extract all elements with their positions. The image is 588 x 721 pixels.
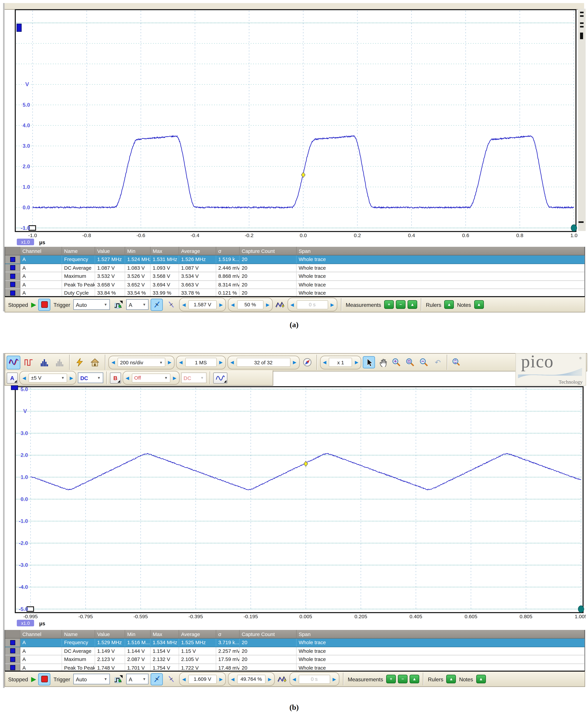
edit-measurement-button[interactable]: ▲ [410,675,419,683]
buffer-overview-button[interactable] [301,356,313,368]
decrement-arrow-icon[interactable]: ◀ [177,360,184,365]
edit-measurement-button[interactable]: ▲ [407,300,417,309]
column-header[interactable]: Span [297,247,585,255]
column-header[interactable]: Capture Count [240,630,297,638]
increment-arrow-icon[interactable]: ▶ [68,375,75,380]
falling-edge-button[interactable] [165,298,177,311]
decrement-arrow-icon[interactable]: ◀ [229,677,236,682]
zoom-factor-value[interactable]: x 1 [329,358,352,367]
start-capture-icon[interactable]: ▶ [31,301,36,308]
persistence-mode-button-disabled[interactable] [52,356,66,369]
timebase-select[interactable]: 200 ns/div ▼ [118,358,165,367]
undo-zoom-button[interactable]: ↶ [432,356,444,368]
column-header[interactable]: Name [62,247,95,255]
zoom-full-button[interactable] [450,356,463,368]
advanced-trigger-button[interactable] [112,298,124,311]
increment-arrow-icon[interactable]: ▶ [267,677,273,682]
column-header[interactable]: Channel [20,630,62,638]
measurement-row[interactable]: ADC Average1.087 V1.083 V1.093 V1.087 V2… [5,264,585,272]
time-offset-spinner[interactable]: ◀ 0 s ▶ [289,672,339,686]
add-measurement-button[interactable]: + [384,300,394,309]
remove-measurement-button[interactable]: − [398,675,407,683]
increment-arrow-icon[interactable]: ▶ [331,677,338,682]
channel-b-range-spinner[interactable]: ◀ Off ▼ ▶ [123,371,180,385]
increment-arrow-icon[interactable]: ▶ [353,360,360,365]
rising-edge-button[interactable] [151,673,163,685]
decrement-arrow-icon[interactable]: ◀ [181,302,187,307]
channel-a-options-button[interactable]: A [7,372,18,383]
channel-a-axis-marker[interactable] [11,386,18,390]
column-header[interactable]: Average [179,630,216,638]
column-header[interactable]: σ [216,630,240,638]
channel-b-range-select[interactable]: Off ▼ [132,373,170,382]
measurement-row[interactable]: AFrequency1.529 MHz1.516 M...1.534 MHz1.… [5,639,585,647]
decrement-arrow-icon[interactable]: ◀ [124,375,131,380]
buffer-position-value[interactable]: 32 of 32 [236,358,290,367]
trigger-mode-select[interactable]: Auto▼ [73,674,110,684]
zoom-out-tool-button[interactable] [418,356,430,368]
decrement-arrow-icon[interactable]: ◀ [110,360,117,365]
decrement-arrow-icon[interactable]: ◀ [321,360,328,365]
pre-trigger-spinner[interactable]: ◀ 50 % ▶ [228,298,273,312]
measurement-row[interactable]: APeak To Peak3.658 V3.652 V3.694 V3.663 … [5,281,585,289]
increment-arrow-icon[interactable]: ▶ [217,360,224,365]
rising-edge-button[interactable] [151,298,163,311]
trigger-level-spinner[interactable]: ◀ 1.587 V ▶ [179,298,226,312]
increment-arrow-icon[interactable]: ▶ [265,302,271,307]
column-header[interactable]: Max [151,630,179,638]
zoom-factor-spinner[interactable]: ◀ x 1 ▶ [320,356,362,369]
channel-a-coupling-select[interactable]: DC▼ [78,373,103,383]
signal-generator-button[interactable] [213,372,227,383]
decrement-arrow-icon[interactable]: ◀ [289,302,295,307]
falling-edge-button[interactable] [165,673,177,685]
pre-trigger-value[interactable]: 49.764 % [237,675,266,684]
decrement-arrow-icon[interactable]: ◀ [291,677,297,682]
normal-select-tool-button[interactable] [363,356,375,368]
column-header[interactable]: Value [95,247,125,255]
measurement-row[interactable]: AMaximum2.123 V2.087 V2.132 V2.105 V17.5… [5,655,585,664]
decrement-arrow-icon[interactable]: ◀ [21,375,27,380]
column-header[interactable]: Min [125,247,151,255]
column-header[interactable]: σ [216,247,240,255]
auto-setup-button[interactable] [73,356,86,369]
axis-end-marker[interactable] [571,225,577,231]
time-offset-value[interactable]: 0 s [298,675,330,684]
channel-a-range-select[interactable]: ±5 V ▼ [28,373,67,382]
time-offset-spinner[interactable]: ◀ 0 s ▶ [287,298,337,312]
column-header[interactable]: Channel [20,247,62,255]
rulers-button[interactable]: ▲ [446,675,456,683]
notes-button[interactable]: ▲ [474,300,484,309]
channel-b-coupling-select-disabled[interactable]: DC▼ [181,373,206,383]
plot-area[interactable] [15,387,583,613]
scope-mode-button[interactable] [7,356,20,369]
trigger-level-value[interactable]: 1.609 V [188,675,217,684]
column-header[interactable]: Min [125,630,151,638]
increment-arrow-icon[interactable]: ▶ [329,302,336,307]
notes-button[interactable]: ▲ [476,675,486,683]
channel-a-range-spinner[interactable]: ◀ ±5 V ▼ ▶ [19,371,76,385]
trigger-level-spinner[interactable]: ◀ 1.609 V ▶ [179,672,226,686]
measurements-table-a[interactable]: ChannelNameValueMinMaxAverageσCapture Co… [5,247,585,297]
start-capture-icon[interactable]: ▶ [31,676,36,682]
measurement-row[interactable]: AMaximum3.532 V3.526 V3.568 V3.534 V8.86… [5,272,585,281]
add-measurement-button[interactable]: + [386,675,396,683]
stop-capture-button[interactable] [38,298,50,311]
marquee-zoom-tool-button[interactable] [404,356,416,368]
stop-capture-button[interactable] [38,673,50,685]
trigger-source-select[interactable]: A▼ [126,674,149,684]
spectrum-mode-button[interactable] [37,356,51,369]
channel-a-axis-marker[interactable] [17,24,21,31]
increment-arrow-icon[interactable]: ▶ [166,360,173,365]
column-header[interactable]: Name [62,630,95,638]
axis-end-marker[interactable] [578,606,584,612]
increment-arrow-icon[interactable]: ▶ [171,375,178,380]
sample-count-spinner[interactable]: ◀ 1 MS ▶ [176,356,226,369]
buffer-navigator-spinner[interactable]: ◀ 32 of 32 ▶ [227,356,299,369]
trigger-mode-select[interactable]: Auto▼ [73,299,110,310]
square-wave-mode-button[interactable] [22,356,36,369]
increment-arrow-icon[interactable]: ▶ [218,302,224,307]
trigger-level-value[interactable]: 1.587 V [188,300,217,309]
increment-arrow-icon[interactable]: ▶ [291,360,298,365]
timebase-spinner[interactable]: ◀ 200 ns/div ▼ ▶ [108,356,174,369]
plot-area[interactable] [15,10,576,232]
